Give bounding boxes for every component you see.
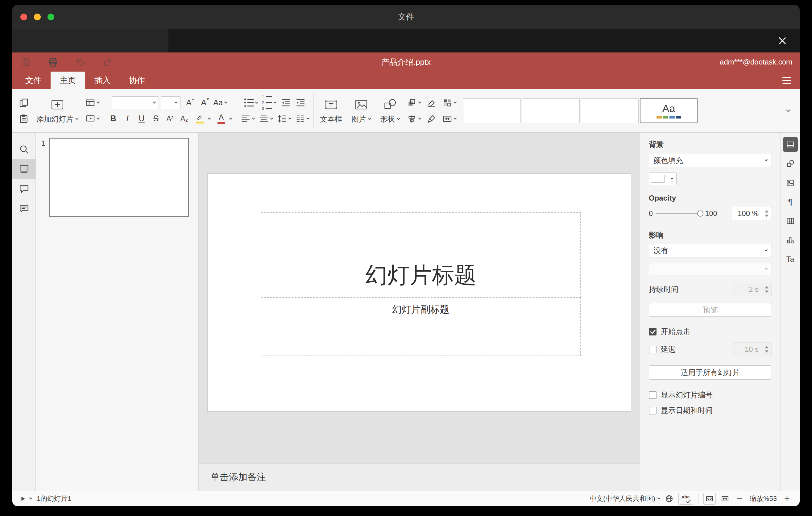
menu-button[interactable] bbox=[782, 77, 791, 84]
effect-variant-select[interactable] bbox=[649, 263, 772, 275]
show-date-time-checkbox[interactable] bbox=[649, 407, 657, 414]
image-settings-button[interactable] bbox=[783, 175, 798, 190]
theme-option-3[interactable] bbox=[581, 98, 639, 123]
close-overlay-button[interactable] bbox=[776, 34, 789, 48]
tab-insert[interactable]: 插入 bbox=[85, 71, 120, 89]
close-window-button[interactable] bbox=[20, 13, 27, 20]
start-on-click-checkbox[interactable] bbox=[649, 328, 657, 336]
duration-field[interactable]: 2 s bbox=[732, 283, 772, 296]
decrement-font-button[interactable]: A▼ bbox=[197, 96, 210, 110]
spellcheck-button[interactable]: abc bbox=[678, 493, 693, 505]
theme-option-1[interactable] bbox=[463, 98, 521, 123]
notes-area[interactable]: 单击添加备注 bbox=[199, 463, 640, 491]
highlight-color-button[interactable] bbox=[192, 112, 212, 125]
theme-option-selected[interactable]: Aa bbox=[640, 98, 698, 123]
strikethrough-button[interactable]: S bbox=[150, 112, 162, 125]
color-scheme-button[interactable] bbox=[441, 96, 458, 110]
decrease-indent-button[interactable] bbox=[279, 96, 292, 110]
numbering-button[interactable]: 1 2 3 bbox=[261, 96, 277, 110]
line-spacing-button[interactable] bbox=[276, 112, 292, 125]
zoom-out-button[interactable]: − bbox=[734, 494, 745, 503]
change-layout-button[interactable] bbox=[84, 96, 100, 110]
chart-settings-button[interactable] bbox=[783, 233, 798, 248]
spinner-arrows-icon[interactable] bbox=[765, 210, 768, 217]
minimize-window-button[interactable] bbox=[34, 13, 41, 20]
save-button[interactable] bbox=[20, 56, 32, 68]
effect-select[interactable]: 没有 bbox=[649, 244, 772, 257]
insert-shape-button[interactable]: 形状 bbox=[377, 93, 403, 129]
theme-option-2[interactable] bbox=[522, 98, 580, 123]
preview-button[interactable]: 预览 bbox=[649, 303, 772, 317]
show-slide-number-checkbox[interactable] bbox=[649, 391, 657, 399]
change-case-button[interactable]: Aa bbox=[212, 96, 228, 110]
tab-file[interactable]: 文件 bbox=[16, 71, 51, 89]
redo-button[interactable] bbox=[101, 56, 114, 68]
arrange-shape-button[interactable] bbox=[406, 96, 422, 110]
spinner-arrows-icon[interactable] bbox=[765, 286, 768, 293]
subtitle-placeholder[interactable]: 幻灯片副标题 bbox=[261, 297, 581, 356]
slide-settings-button[interactable] bbox=[783, 137, 798, 152]
add-slide-button[interactable]: 添加幻灯片 bbox=[33, 93, 81, 129]
superscript-button[interactable]: A² bbox=[164, 112, 176, 125]
insert-image-button[interactable]: 图片 bbox=[348, 93, 374, 129]
slider-knob[interactable] bbox=[697, 210, 703, 217]
start-slideshow-status-button[interactable] bbox=[20, 495, 32, 502]
tab-collaboration[interactable]: 协作 bbox=[120, 71, 154, 89]
spinner-arrows-icon[interactable] bbox=[765, 346, 768, 353]
table-settings-button[interactable] bbox=[783, 213, 798, 228]
theme-gallery-expand-button[interactable] bbox=[781, 98, 795, 123]
increment-font-button[interactable]: A▲ bbox=[182, 96, 195, 110]
undo-button[interactable] bbox=[74, 56, 86, 68]
delay-toggle[interactable]: 延迟 bbox=[649, 344, 676, 354]
font-name-combo[interactable] bbox=[112, 96, 159, 109]
copy-button[interactable] bbox=[17, 96, 30, 110]
underline-button[interactable]: U bbox=[136, 112, 148, 125]
paste-button[interactable] bbox=[17, 112, 30, 125]
font-color-button[interactable]: A bbox=[213, 112, 233, 125]
title-placeholder[interactable]: 幻灯片标题 bbox=[261, 212, 581, 297]
insert-textbox-button[interactable]: 文本框 bbox=[317, 93, 345, 129]
tab-home[interactable]: 主页 bbox=[51, 71, 85, 89]
zoom-in-button[interactable]: + bbox=[782, 494, 792, 503]
italic-button[interactable]: I bbox=[121, 112, 134, 125]
bold-button[interactable]: B bbox=[107, 112, 119, 125]
horizontal-align-button[interactable] bbox=[239, 112, 256, 125]
fill-type-select[interactable]: 颜色填充 bbox=[649, 154, 772, 167]
start-on-click-row[interactable]: 开始点击 bbox=[649, 326, 772, 336]
language-selector[interactable]: 中文(中华人民共和国) bbox=[589, 494, 660, 503]
slide-size-button[interactable] bbox=[441, 112, 458, 125]
show-slide-number-row[interactable]: 显示幻灯片编号 bbox=[649, 390, 772, 400]
thumbnails-panel-button[interactable] bbox=[12, 159, 35, 179]
start-slideshow-button[interactable] bbox=[84, 112, 100, 125]
apply-to-all-button[interactable]: 适用于所有幻灯片 bbox=[649, 365, 772, 380]
fullscreen-window-button[interactable] bbox=[48, 13, 54, 20]
columns-button[interactable] bbox=[294, 112, 310, 125]
slide-canvas[interactable]: 幻灯片标题 幻灯片副标题 bbox=[199, 133, 640, 463]
increase-indent-button[interactable] bbox=[294, 96, 307, 110]
delay-checkbox[interactable] bbox=[649, 346, 657, 353]
document-language-button[interactable] bbox=[665, 494, 673, 503]
shape-settings-button[interactable] bbox=[783, 156, 798, 171]
subscript-button[interactable]: A₂ bbox=[178, 112, 190, 125]
show-date-time-row[interactable]: 显示日期和时间 bbox=[649, 405, 772, 415]
slide-surface[interactable]: 幻灯片标题 幻灯片副标题 bbox=[207, 173, 631, 412]
copy-style-button[interactable] bbox=[425, 112, 438, 125]
clear-style-button[interactable] bbox=[425, 96, 438, 110]
bullets-button[interactable] bbox=[243, 96, 259, 110]
paragraph-settings-button[interactable]: ¶ bbox=[783, 194, 798, 209]
fit-to-width-button[interactable] bbox=[721, 494, 729, 503]
slide-thumbnail[interactable] bbox=[49, 138, 189, 217]
fit-to-slide-button[interactable] bbox=[703, 493, 716, 505]
delay-field[interactable]: 10 s bbox=[732, 343, 772, 356]
font-size-combo[interactable] bbox=[161, 96, 180, 109]
comments-panel-button[interactable] bbox=[12, 179, 35, 199]
fill-color-select[interactable] bbox=[649, 172, 676, 185]
align-shape-button[interactable] bbox=[406, 112, 422, 125]
textart-settings-button[interactable]: Ta bbox=[783, 252, 798, 267]
search-panel-button[interactable] bbox=[12, 140, 35, 159]
vertical-align-button[interactable] bbox=[258, 112, 274, 125]
print-button[interactable] bbox=[47, 56, 59, 68]
chat-panel-button[interactable] bbox=[12, 199, 35, 219]
opacity-slider[interactable] bbox=[656, 213, 702, 214]
opacity-value-field[interactable]: 100 % bbox=[732, 207, 772, 220]
